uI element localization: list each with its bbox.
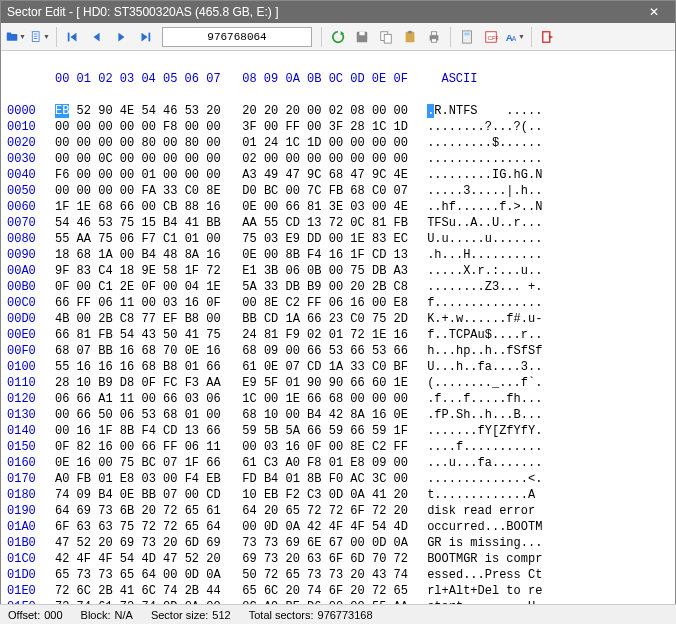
hex-bytes[interactable]: F6 00 00 00 01 00 00 00 A3 49 47 9C 68 4… — [55, 167, 415, 183]
font-button[interactable]: AA▼ — [504, 26, 526, 48]
hex-row[interactable]: 014000 16 1F 8B F4 CD 13 66 59 5B 5A 66 … — [7, 423, 669, 439]
hex-row[interactable]: 0170A0 FB 01 E8 03 00 F4 EB FD B4 01 8B … — [7, 471, 669, 487]
ascii-col[interactable]: K.+.w......f#.u- — [427, 311, 542, 327]
hex-bytes[interactable]: 74 09 B4 0E BB 07 00 CD 10 EB F2 C3 0D 0… — [55, 487, 415, 503]
hex-row[interactable]: 005000 00 00 00 FA 33 C0 8E D0 BC 00 7C … — [7, 183, 669, 199]
hex-row[interactable]: 018074 09 B4 0E BB 07 00 CD 10 EB F2 C3 … — [7, 487, 669, 503]
hex-row[interactable]: 007054 46 53 75 15 B4 41 BB AA 55 CD 13 … — [7, 215, 669, 231]
ascii-col[interactable]: U.u.....u....... — [427, 231, 542, 247]
hex-bytes[interactable]: EB 52 90 4E 54 46 53 20 20 20 20 00 02 0… — [55, 103, 415, 119]
hex-row[interactable]: 00E066 81 FB 54 43 50 41 75 24 81 F9 02 … — [7, 327, 669, 343]
ascii-col[interactable]: .....3.....|.h.. — [427, 183, 542, 199]
hex-bytes[interactable]: 54 46 53 75 15 B4 41 BB AA 55 CD 13 72 0… — [55, 215, 415, 231]
calc-button[interactable] — [456, 26, 478, 48]
hex-bytes[interactable]: 66 81 FB 54 43 50 41 75 24 81 F9 02 01 7… — [55, 327, 415, 343]
hex-row[interactable]: 011028 10 B9 D8 0F FC F3 AA E9 5F 01 90 … — [7, 375, 669, 391]
ascii-col[interactable]: BOOTMGR is compr — [427, 551, 542, 567]
hex-row[interactable]: 009018 68 1A 00 B4 48 8A 16 0E 00 8B F4 … — [7, 247, 669, 263]
hex-row[interactable]: 00D04B 00 2B C8 77 EF B8 00 BB CD 1A 66 … — [7, 311, 669, 327]
hex-bytes[interactable]: 00 00 00 00 80 00 80 00 01 24 1C 1D 00 0… — [55, 135, 415, 151]
ascii-col[interactable]: .........IG.hG.N — [427, 167, 542, 183]
copy-button[interactable] — [375, 26, 397, 48]
document-button[interactable]: ▼ — [29, 26, 51, 48]
ascii-col[interactable]: f..TCPAu$....r.. — [427, 327, 542, 343]
ascii-col[interactable]: ..hf......f.>..N — [427, 199, 542, 215]
hex-bytes[interactable]: 55 16 16 16 68 B8 01 66 61 0E 07 CD 1A 3… — [55, 359, 415, 375]
hex-bytes[interactable]: 00 00 0C 00 00 00 00 00 02 00 00 00 00 0… — [55, 151, 415, 167]
hex-row[interactable]: 01C042 4F 4F 54 4D 47 52 20 69 73 20 63 … — [7, 551, 669, 567]
hex-row[interactable]: 01600E 16 00 75 BC 07 1F 66 61 C3 A0 F8 … — [7, 455, 669, 471]
hex-row[interactable]: 013000 66 50 06 53 68 01 00 68 10 00 B4 … — [7, 407, 669, 423]
prev-button[interactable] — [86, 26, 108, 48]
first-button[interactable] — [62, 26, 84, 48]
ascii-col[interactable]: disk read error — [427, 503, 542, 519]
ascii-col[interactable]: ....f........... — [427, 439, 542, 455]
ascii-col[interactable]: h...hp..h..fSfSf — [427, 343, 542, 359]
hex-row[interactable]: 00F068 07 BB 16 68 70 0E 16 68 09 00 66 … — [7, 343, 669, 359]
hex-bytes[interactable]: 6F 63 63 75 72 72 65 64 00 0D 0A 42 4F 4… — [55, 519, 415, 535]
hex-row[interactable]: 0040F6 00 00 00 01 00 00 00 A3 49 47 9C … — [7, 167, 669, 183]
ascii-col[interactable]: ........Z3... +. — [427, 279, 542, 295]
save-button[interactable] — [351, 26, 373, 48]
ascii-col[interactable]: .........$...... — [427, 135, 542, 151]
ascii-col[interactable]: .R.NTFS ..... — [427, 103, 542, 119]
hex-bytes[interactable]: 4B 00 2B C8 77 EF B8 00 BB CD 1A 66 23 C… — [55, 311, 415, 327]
hex-row[interactable]: 01B047 52 20 69 73 20 6D 69 73 73 69 6E … — [7, 535, 669, 551]
hex-bytes[interactable]: 1F 1E 68 66 00 CB 88 16 0E 00 66 81 3E 0… — [55, 199, 415, 215]
hex-row[interactable]: 01500F 82 16 00 66 FF 06 11 00 03 16 0F … — [7, 439, 669, 455]
hex-row[interactable]: 01A06F 63 63 75 72 72 65 64 00 0D 0A 42 … — [7, 519, 669, 535]
close-icon[interactable]: ✕ — [639, 5, 669, 19]
hex-row[interactable]: 00601F 1E 68 66 00 CB 88 16 0E 00 66 81 … — [7, 199, 669, 215]
ascii-col[interactable]: occurred...BOOTM — [427, 519, 542, 535]
hex-bytes[interactable]: 42 4F 4F 54 4D 47 52 20 69 73 20 63 6F 6… — [55, 551, 415, 567]
ascii-col[interactable]: (........_...f`. — [427, 375, 542, 391]
ascii-col[interactable]: ................ — [427, 151, 542, 167]
hex-bytes[interactable]: 64 69 73 6B 20 72 65 61 64 20 65 72 72 6… — [55, 503, 415, 519]
hex-bytes[interactable]: 28 10 B9 D8 0F FC F3 AA E9 5F 01 90 90 6… — [55, 375, 415, 391]
ascii-col[interactable]: TFSu..A..U..r... — [427, 215, 542, 231]
hex-row[interactable]: 01E072 6C 2B 41 6C 74 2B 44 65 6C 20 74 … — [7, 583, 669, 599]
ascii-col[interactable]: ..............<. — [427, 471, 542, 487]
exit-button[interactable] — [537, 26, 559, 48]
ascii-col[interactable]: f............... — [427, 295, 542, 311]
ascii-col[interactable]: .h...H.......... — [427, 247, 542, 263]
hex-row[interactable]: 00C066 FF 06 11 00 03 16 0F 00 8E C2 FF … — [7, 295, 669, 311]
hex-row[interactable]: 001000 00 00 00 00 F8 00 00 3F 00 FF 00 … — [7, 119, 669, 135]
sector-input[interactable] — [162, 27, 312, 47]
ascii-col[interactable]: ...u...fa....... — [427, 455, 542, 471]
hex-row[interactable]: 010055 16 16 16 68 B8 01 66 61 0E 07 CD … — [7, 359, 669, 375]
hex-bytes[interactable]: 72 6C 2B 41 6C 74 2B 44 65 6C 20 74 6F 2… — [55, 583, 415, 599]
ascii-col[interactable]: U...h..fa....3.. — [427, 359, 542, 375]
hex-bytes[interactable]: 47 52 20 69 73 20 6D 69 73 73 69 6E 67 0… — [55, 535, 415, 551]
ascii-col[interactable]: rl+Alt+Del to re — [427, 583, 542, 599]
hex-row[interactable]: 008055 AA 75 06 F7 C1 01 00 75 03 E9 DD … — [7, 231, 669, 247]
ascii-col[interactable]: essed...Press Ct — [427, 567, 542, 583]
hex-view[interactable]: 00 01 02 03 04 05 06 07 08 09 0A 0B 0C 0… — [1, 51, 675, 624]
hex-row[interactable]: 003000 00 0C 00 00 00 00 00 02 00 00 00 … — [7, 151, 669, 167]
ascii-col[interactable]: .fP.Sh..h...B... — [427, 407, 542, 423]
hex-bytes[interactable]: 00 66 50 06 53 68 01 00 68 10 00 B4 42 8… — [55, 407, 415, 423]
hex-bytes[interactable]: A0 FB 01 E8 03 00 F4 EB FD B4 01 8B F0 A… — [55, 471, 415, 487]
hex-row[interactable]: 019064 69 73 6B 20 72 65 61 64 20 65 72 … — [7, 503, 669, 519]
ascii-col[interactable]: .......fY[ZfYfY. — [427, 423, 542, 439]
paste-button[interactable] — [399, 26, 421, 48]
last-button[interactable] — [134, 26, 156, 48]
hex-bytes[interactable]: 06 66 A1 11 00 66 03 06 1C 00 1E 66 68 0… — [55, 391, 415, 407]
hex-row[interactable]: 01D065 73 73 65 64 00 0D 0A 50 72 65 73 … — [7, 567, 669, 583]
hex-bytes[interactable]: 65 73 73 65 64 00 0D 0A 50 72 65 73 73 2… — [55, 567, 415, 583]
hex-bytes[interactable]: 00 16 1F 8B F4 CD 13 66 59 5B 5A 66 59 6… — [55, 423, 415, 439]
next-button[interactable] — [110, 26, 132, 48]
ascii-col[interactable]: .f...f.....fh... — [427, 391, 542, 407]
hex-row[interactable]: 002000 00 00 00 80 00 80 00 01 24 1C 1D … — [7, 135, 669, 151]
hex-bytes[interactable]: 66 FF 06 11 00 03 16 0F 00 8E C2 FF 06 1… — [55, 295, 415, 311]
hex-bytes[interactable]: 68 07 BB 16 68 70 0E 16 68 09 00 66 53 6… — [55, 343, 415, 359]
hex-row[interactable]: 0000EB 52 90 4E 54 46 53 20 20 20 20 00 … — [7, 103, 669, 119]
ascii-col[interactable]: .....X.r.:...u.. — [427, 263, 542, 279]
ascii-col[interactable]: ........?...?(.. — [427, 119, 542, 135]
hex-bytes[interactable]: 0F 82 16 00 66 FF 06 11 00 03 16 0F 00 8… — [55, 439, 415, 455]
hex-row[interactable]: 00B00F 00 C1 2E 0F 00 04 1E 5A 33 DB B9 … — [7, 279, 669, 295]
hex-bytes[interactable]: 0F 00 C1 2E 0F 00 04 1E 5A 33 DB B9 00 2… — [55, 279, 415, 295]
template-button[interactable]: CFF — [480, 26, 502, 48]
refresh-button[interactable] — [327, 26, 349, 48]
hex-bytes[interactable]: 55 AA 75 06 F7 C1 01 00 75 03 E9 DD 00 1… — [55, 231, 415, 247]
